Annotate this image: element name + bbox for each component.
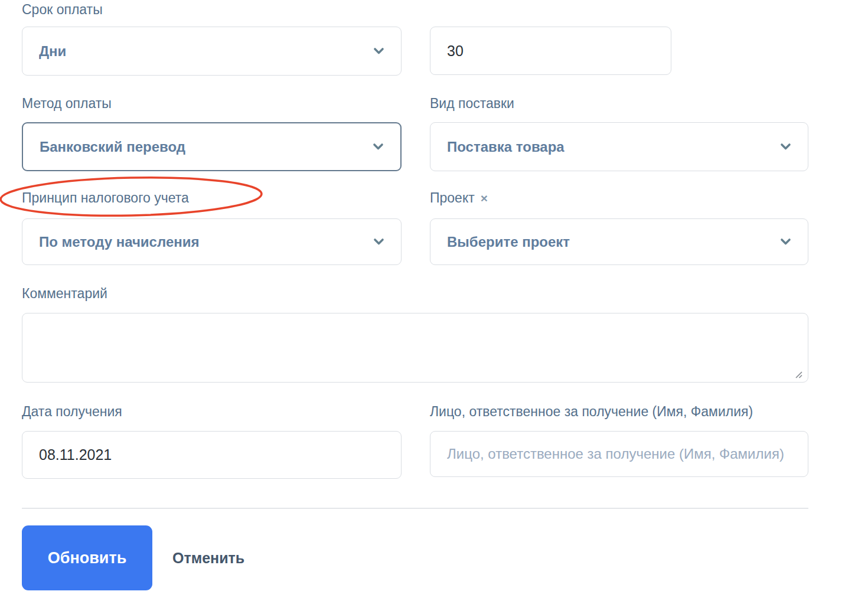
payment-method-label: Метод оплаты [22,95,112,112]
delivery-type-label: Вид поставки [430,95,514,112]
cancel-button[interactable]: Отменить [172,549,244,567]
chevron-down-icon [773,238,791,246]
clear-project-icon[interactable]: × [481,191,488,205]
project-label-text: Проект [430,190,475,205]
receive-date-input[interactable] [22,431,402,479]
comment-label: Комментарий [22,285,107,302]
red-ellipse-annotation [0,0,868,601]
comment-textarea[interactable] [22,313,808,383]
chevron-down-icon [773,143,791,151]
project-label: Проект× [430,190,488,207]
payment-method-select[interactable]: Банковский перевод [22,122,402,171]
tax-accounting-value: По методу начисления [39,234,200,250]
payment-method-value: Банковский перевод [40,139,185,155]
delivery-type-value: Поставка товара [447,139,564,155]
responsible-label: Лицо, ответственное за получение (Имя, Ф… [430,403,753,420]
update-button[interactable]: Обновить [22,525,152,590]
payment-term-unit-select[interactable]: Дни [22,27,402,76]
tax-accounting-select[interactable]: По методу начисления [22,218,402,265]
chevron-down-icon [366,238,384,246]
resize-handle-icon[interactable] [794,370,803,381]
chevron-down-icon [366,47,384,55]
tax-accounting-label: Принцип налогового учета [22,190,189,206]
responsible-person-input[interactable] [430,431,808,477]
divider [22,508,808,509]
payment-term-label: Срок оплаты [22,1,103,18]
project-select[interactable]: Выберите проект [430,218,808,265]
payment-term-unit-value: Дни [39,43,66,60]
chevron-down-icon [366,143,384,151]
payment-term-days-input[interactable] [430,27,671,75]
delivery-type-select[interactable]: Поставка товара [430,122,808,171]
project-placeholder-value: Выберите проект [447,234,570,250]
receive-date-label: Дата получения [22,403,122,420]
